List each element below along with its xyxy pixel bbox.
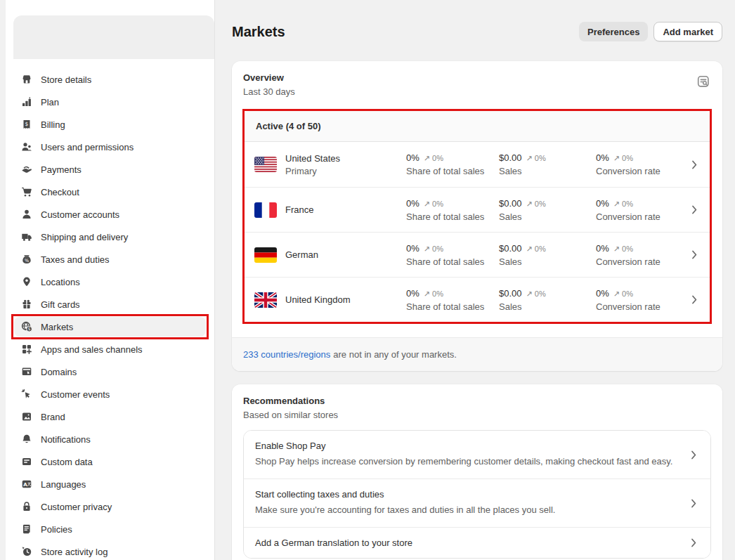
- svg-text:%: %: [25, 258, 29, 263]
- sidebar-item-custom-data[interactable]: Custom data: [14, 452, 206, 471]
- sidebar-item-domains[interactable]: Domains: [14, 362, 206, 382]
- sidebar-item-taxes-and-duties[interactable]: %Taxes and duties: [14, 249, 206, 269]
- trend-up-icon: ↗ 0%: [424, 154, 443, 163]
- trend-up-icon: ↗ 0%: [526, 245, 546, 254]
- tax-bag-icon: %: [21, 254, 32, 265]
- recommendation-text: Add a German translation to your store: [255, 538, 688, 548]
- recommendation-text: Enable Shop PayShop Pay helps increase c…: [255, 441, 688, 469]
- sidebar-item-label: Domains: [41, 367, 77, 377]
- chevron-right-icon[interactable]: [689, 205, 700, 214]
- sidebar-item-shipping-and-delivery[interactable]: Shipping and delivery: [14, 227, 206, 247]
- brand-image-icon: [21, 411, 32, 422]
- preferences-button[interactable]: Preferences: [579, 22, 648, 41]
- policies-icon: [21, 523, 32, 535]
- de-flag-icon: [254, 247, 277, 263]
- sidebar-item-label: Checkout: [41, 187, 79, 197]
- countries-regions-link[interactable]: 233 countries/regions: [243, 349, 330, 360]
- trend-up-icon: ↗ 0%: [613, 200, 633, 209]
- chevron-right-icon[interactable]: [688, 450, 699, 460]
- stat-value: 0%: [406, 152, 419, 163]
- recommendation-description: Shop Pay helps increase conversion by re…: [255, 455, 675, 469]
- recommendation-description: Make sure you're accounting for taxes an…: [255, 503, 675, 517]
- sidebar-item-checkout[interactable]: Checkout: [14, 182, 206, 202]
- sidebar-item-gift-cards[interactable]: Gift cards: [14, 294, 206, 314]
- storefront-icon: [21, 74, 32, 85]
- stat-value: 0%: [596, 152, 609, 163]
- market-row-de[interactable]: German0%↗ 0%Share of total sales$0.00↗ 0…: [245, 232, 710, 277]
- stat-label: Conversion rate: [596, 211, 689, 222]
- payments-icon: [21, 164, 32, 175]
- active-markets-section: Active (4 of 50) United StatesPrimary0%↗…: [245, 111, 710, 322]
- sidebar-item-customer-privacy[interactable]: Customer privacy: [14, 497, 206, 516]
- sidebar-item-label: Languages: [41, 479, 86, 490]
- sidebar-item-users-and-permissions[interactable]: Users and permissions: [14, 137, 206, 157]
- sidebar-item-languages[interactable]: ALanguages: [14, 474, 206, 494]
- market-row-gb[interactable]: United Kingdom0%↗ 0%Share of total sales…: [245, 277, 710, 322]
- trend-up-icon: ↗ 0%: [613, 289, 633, 299]
- recommendation-title: Enable Shop Pay: [255, 441, 675, 451]
- chevron-right-icon[interactable]: [689, 295, 700, 304]
- languages-icon: A: [21, 478, 32, 490]
- users-icon: [21, 141, 32, 152]
- market-subtitle: Primary: [285, 166, 406, 176]
- recommendations-subtitle: Based on similar stores: [243, 410, 711, 420]
- sidebar-item-policies[interactable]: Policies: [14, 519, 206, 539]
- fr-flag-icon: [254, 202, 277, 218]
- trend-up-icon: ↗ 0%: [424, 245, 443, 254]
- active-section-title: Active (4 of 50): [245, 111, 710, 142]
- trend-up-icon: ↗ 0%: [526, 200, 546, 209]
- sidebar-item-label: Users and permissions: [41, 142, 134, 152]
- market-row-fr[interactable]: France0%↗ 0%Share of total sales$0.00↗ 0…: [245, 187, 710, 232]
- market-row-us[interactable]: United StatesPrimary0%↗ 0%Share of total…: [245, 142, 710, 187]
- sidebar-item-label: Customer privacy: [41, 502, 112, 512]
- recommendation-row[interactable]: Enable Shop PayShop Pay helps increase c…: [244, 431, 710, 478]
- sidebar-item-customer-accounts[interactable]: Customer accounts: [14, 204, 206, 224]
- sidebar-item-store-details[interactable]: Store details: [14, 70, 206, 89]
- sidebar-item-locations[interactable]: Locations: [14, 272, 206, 292]
- sidebar-item-label: Notifications: [41, 434, 91, 445]
- us-flag-icon: [254, 157, 277, 172]
- recommendation-row[interactable]: Start collecting taxes and dutiesMake su…: [244, 478, 710, 527]
- sidebar-item-customer-events[interactable]: Customer events: [14, 384, 206, 404]
- stat-value: $0.00: [499, 243, 522, 254]
- stat-label: Sales: [499, 301, 596, 312]
- billing-icon: $: [21, 119, 32, 130]
- stat-value: 0%: [596, 243, 609, 254]
- market-name: France: [285, 204, 406, 215]
- chevron-right-icon[interactable]: [689, 250, 700, 259]
- stat-col: 0%↗ 0%Share of total sales: [406, 288, 499, 312]
- sidebar-item-notifications[interactable]: Notifications: [14, 429, 206, 449]
- sidebar-item-label: Billing: [41, 119, 65, 130]
- header-actions: Preferences Add market: [579, 22, 722, 41]
- stat-col: 0%↗ 0%Conversion rate: [596, 152, 689, 176]
- report-search-icon[interactable]: [694, 72, 713, 91]
- sidebar-item-label: Payments: [41, 164, 82, 175]
- sidebar-item-apps-and-sales-channels[interactable]: Apps and sales channels: [14, 339, 206, 359]
- chevron-right-icon[interactable]: [688, 538, 699, 547]
- sidebar-item-label: Brand: [41, 412, 65, 422]
- trend-up-icon: ↗ 0%: [526, 289, 546, 299]
- recommendation-title: Add a German translation to your store: [255, 538, 675, 548]
- sidebar-item-label: Custom data: [41, 457, 93, 467]
- add-market-button[interactable]: Add market: [653, 22, 722, 41]
- stat-value: $0.00: [499, 288, 522, 299]
- recommendation-row[interactable]: Add a German translation to your store: [244, 527, 710, 558]
- market-name-col: France: [285, 204, 406, 215]
- sidebar-item-store-activity-log[interactable]: Store activity log: [14, 542, 206, 560]
- stat-col: 0%↗ 0%Conversion rate: [596, 243, 689, 267]
- truck-icon: [21, 231, 32, 242]
- stat-value: 0%: [406, 243, 419, 254]
- sidebar-item-payments[interactable]: Payments: [14, 159, 206, 179]
- sidebar-item-label: Policies: [41, 524, 72, 535]
- sidebar-item-brand[interactable]: Brand: [14, 407, 206, 426]
- chevron-right-icon[interactable]: [689, 160, 700, 169]
- sidebar-item-plan[interactable]: Plan: [14, 92, 206, 112]
- stat-col: 0%↗ 0%Conversion rate: [596, 288, 689, 312]
- stat-label: Conversion rate: [596, 256, 689, 267]
- sidebar-item-label: Apps and sales channels: [41, 344, 143, 355]
- sidebar-item-markets[interactable]: $Markets: [14, 317, 206, 337]
- trend-up-icon: ↗ 0%: [424, 200, 443, 209]
- recommendations-title: Recommendations: [243, 396, 711, 406]
- sidebar-item-billing[interactable]: $Billing: [14, 115, 206, 134]
- chevron-right-icon[interactable]: [688, 499, 699, 508]
